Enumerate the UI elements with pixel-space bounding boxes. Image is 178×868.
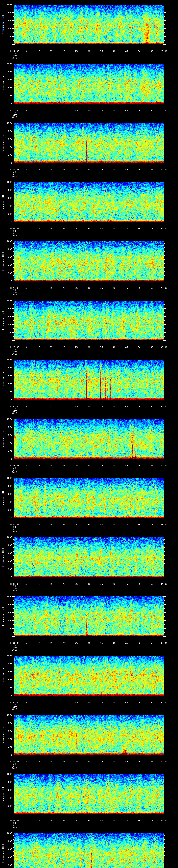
- spectrogram-canvas: [13, 537, 164, 577]
- y-tick-label: 800: [1, 248, 12, 250]
- x-tick-label: 45: [125, 761, 128, 763]
- x-tick-label: 20: [62, 524, 65, 526]
- y-tick-label: 200: [1, 272, 12, 275]
- y-tick-label: 0: [1, 694, 12, 697]
- x-tick-label: 40: [113, 761, 115, 763]
- x-tick-label: 45: [125, 819, 128, 822]
- x-tick-label: 40: [113, 346, 115, 348]
- x-tick-label: 40: [113, 701, 115, 704]
- x-tick-label: 5: [25, 405, 27, 407]
- x-axis-date-line: 2016: [12, 471, 17, 473]
- y-tick-label: 400: [1, 382, 12, 385]
- x-tick-label: 30: [88, 583, 90, 585]
- y-tick-label: 600: [1, 671, 12, 673]
- x-tick-label: 40: [113, 50, 115, 52]
- spectrogram-panel: Frequency (Hz)100080060040020001:28:0051…: [0, 241, 178, 301]
- y-tick-label: 1000: [1, 299, 12, 302]
- y-tick-label: 600: [1, 493, 12, 495]
- spectrogram-panel: Frequency (Hz)100080060040020001:36:0051…: [0, 715, 178, 774]
- spectrogram-strip-figure: Frequency (Hz)100080060040020001:24:0051…: [0, 0, 178, 868]
- y-tick-label: 0: [1, 753, 12, 756]
- y-tick-label: 200: [1, 568, 12, 570]
- x-tick-label: 5: [25, 819, 27, 822]
- x-tick-label: 40: [113, 227, 115, 230]
- x-tick-label: 20: [62, 642, 65, 644]
- y-tick-label: 0: [1, 339, 12, 342]
- x-tick-label: 25: [75, 819, 78, 822]
- x-axis-end-time: 36:00: [160, 701, 167, 704]
- x-tick-label: 40: [113, 464, 115, 467]
- spectrogram-panel: Frequency (Hz)100080060040020001:32:0051…: [0, 478, 178, 537]
- x-tick-label: 30: [88, 50, 90, 52]
- y-tick-label: 0: [1, 576, 12, 579]
- y-axis-title: Frequency (Hz): [2, 15, 4, 34]
- x-tick-label: 20: [62, 287, 65, 289]
- spectrogram-canvas: [13, 833, 164, 868]
- x-tick-label: 15: [50, 819, 53, 822]
- x-tick-label: 55: [150, 761, 153, 763]
- x-tick-label: 5: [25, 109, 27, 112]
- x-tick-label: 15: [50, 642, 53, 644]
- x-axis-end-time: 29:00: [160, 287, 167, 289]
- x-tick-label: 45: [125, 405, 128, 407]
- x-tick-label: 35: [100, 464, 103, 467]
- x-tick-label: 15: [50, 405, 53, 407]
- x-tick-label: 25: [75, 701, 78, 704]
- y-tick-label: 800: [1, 662, 12, 665]
- x-tick-label: 55: [150, 227, 153, 230]
- y-tick-label: 800: [1, 544, 12, 547]
- y-tick-label: 400: [1, 678, 12, 681]
- x-tick-label: 50: [138, 346, 141, 348]
- y-tick-label: 200: [1, 686, 12, 689]
- spectrogram-panel: Frequency (Hz)100080060040020001:34:0051…: [0, 596, 178, 656]
- y-tick-label: 200: [1, 746, 12, 748]
- x-tick-label: 25: [75, 50, 78, 52]
- x-tick-label: 50: [138, 524, 141, 526]
- x-tick-label: 15: [50, 287, 53, 289]
- y-axis-title: Frequency (Hz): [2, 844, 4, 863]
- x-tick-label: 25: [75, 642, 78, 644]
- spectrogram-canvas: [13, 182, 164, 222]
- y-axis-title: Frequency (Hz): [2, 370, 4, 389]
- x-tick-label: 10: [37, 524, 40, 526]
- x-tick-label: 50: [138, 227, 141, 230]
- x-tick-label: 35: [100, 287, 103, 289]
- x-tick-label: 50: [138, 287, 141, 289]
- x-tick-label: 55: [150, 50, 153, 52]
- y-tick-label: 800: [1, 603, 12, 606]
- x-tick-label: 10: [37, 642, 40, 644]
- x-tick-label: 25: [75, 346, 78, 348]
- x-tick-label: 15: [50, 109, 53, 112]
- y-tick-label: 800: [1, 70, 12, 73]
- x-axis-end-time: 26:00: [160, 109, 167, 112]
- x-tick-label: 20: [62, 109, 65, 112]
- y-tick-label: 0: [1, 517, 12, 519]
- x-tick-label: 35: [100, 701, 103, 704]
- x-tick-label: 35: [100, 168, 103, 170]
- x-tick-label: 10: [37, 761, 40, 763]
- x-tick-label: 55: [150, 583, 153, 585]
- x-tick-label: 30: [88, 287, 90, 289]
- x-axis-date-line: 2016: [12, 293, 17, 296]
- x-tick-label: 55: [150, 109, 153, 112]
- x-tick-label: 50: [138, 405, 141, 407]
- x-tick-label: 45: [125, 227, 128, 230]
- x-axis-date-line: 2016: [12, 530, 17, 533]
- y-tick-label: 600: [1, 19, 12, 22]
- x-axis-date-line: 2016: [12, 175, 17, 178]
- x-tick-label: 5: [25, 168, 27, 170]
- x-axis-end-time: 32:00: [160, 464, 167, 467]
- x-tick-label: 10: [37, 287, 40, 289]
- x-tick-label: 25: [75, 287, 78, 289]
- x-tick-label: 25: [75, 524, 78, 526]
- x-tick-label: 5: [25, 287, 27, 289]
- y-tick-label: 1000: [1, 714, 12, 716]
- y-tick-label: 400: [1, 856, 12, 859]
- x-tick-label: 55: [150, 346, 153, 348]
- y-tick-label: 600: [1, 138, 12, 140]
- x-tick-label: 50: [138, 50, 141, 52]
- spectrogram-canvas: [13, 774, 164, 814]
- spectrogram-canvas: [13, 656, 164, 695]
- y-tick-label: 200: [1, 864, 12, 866]
- y-tick-label: 0: [1, 458, 12, 460]
